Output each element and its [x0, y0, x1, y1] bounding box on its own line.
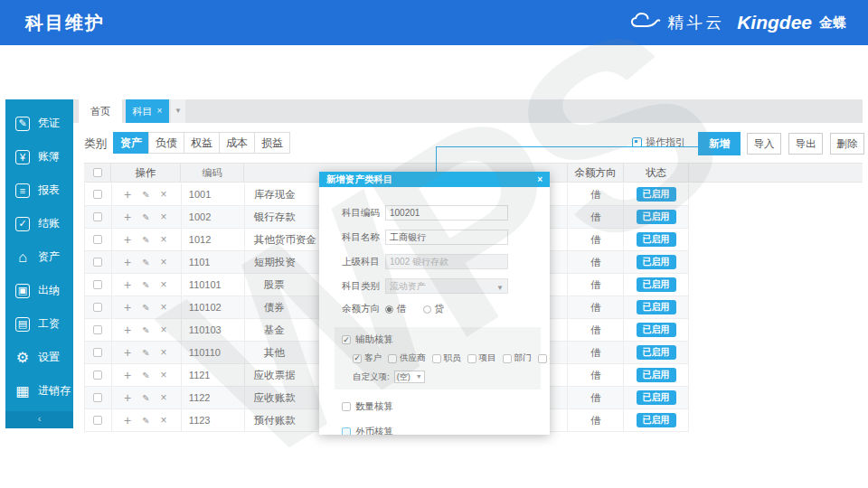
add-child-icon[interactable]: +	[124, 413, 131, 427]
delete-icon[interactable]: ×	[161, 391, 167, 404]
checkbox-icon[interactable]	[467, 354, 476, 363]
checkbox-icon[interactable]	[503, 354, 512, 363]
row-checkbox[interactable]	[93, 393, 102, 402]
add-child-icon[interactable]: +	[124, 277, 131, 292]
delete-icon[interactable]: ×	[161, 211, 167, 223]
aux-option-客户[interactable]: ✓客户	[353, 352, 382, 364]
add-child-icon[interactable]: +	[124, 232, 131, 247]
row-checkbox[interactable]	[93, 348, 102, 357]
account-code-input[interactable]: 100201	[385, 205, 508, 221]
aux-option-供应商[interactable]: 供应商	[388, 352, 426, 364]
aux-option-存货[interactable]: 存货	[538, 352, 551, 364]
delete-icon[interactable]: ×	[161, 233, 167, 246]
status-badge[interactable]: 已启用	[637, 345, 676, 360]
status-badge[interactable]: 已启用	[637, 187, 676, 202]
delete-icon[interactable]: ×	[161, 301, 167, 314]
status-badge[interactable]: 已启用	[637, 323, 676, 337]
add-child-icon[interactable]: +	[124, 323, 131, 337]
row-checkbox[interactable]	[93, 325, 102, 334]
sidebar-item-asset[interactable]: ⌂资产	[5, 240, 73, 274]
edit-icon[interactable]: ✎	[142, 190, 149, 200]
sidebar-item-settings[interactable]: ⚙设置	[5, 341, 73, 374]
edit-icon[interactable]: ✎	[142, 325, 149, 335]
sidebar-item-report[interactable]: ≡报表	[5, 174, 73, 207]
row-checkbox[interactable]	[93, 416, 102, 425]
edit-icon[interactable]: ✎	[142, 280, 149, 290]
add-child-icon[interactable]: +	[124, 210, 131, 224]
category-tab-4[interactable]: 成本	[219, 132, 255, 154]
delete-icon[interactable]: ×	[161, 346, 167, 359]
category-tab-1[interactable]: 资产	[113, 132, 149, 154]
direction-radio-贷[interactable]: 贷	[423, 303, 445, 315]
aux-option-部门[interactable]: 部门	[503, 352, 532, 364]
status-badge[interactable]: 已启用	[637, 390, 676, 405]
sidebar-item-payroll[interactable]: ▤工资	[5, 307, 73, 341]
add-button[interactable]: 新增	[698, 132, 741, 155]
tab-home[interactable]: 首页	[79, 99, 122, 123]
aux-accounting-checkbox[interactable]: ✓	[342, 335, 351, 344]
edit-icon[interactable]: ✎	[142, 348, 149, 358]
status-badge[interactable]: 已启用	[637, 300, 676, 314]
checkbox-icon[interactable]	[342, 427, 351, 435]
add-child-icon[interactable]: +	[124, 368, 131, 382]
custom-item-select[interactable]: (空) ▼	[394, 371, 425, 383]
status-badge[interactable]: 已启用	[637, 232, 676, 247]
category-tab-2[interactable]: 负债	[148, 132, 184, 154]
tab-dropdown-button[interactable]: ▼	[171, 99, 185, 123]
delete-button[interactable]: 删除	[830, 133, 864, 155]
delete-icon[interactable]: ×	[161, 256, 167, 268]
edit-icon[interactable]: ✎	[142, 212, 149, 222]
category-tab-5[interactable]: 损益	[254, 132, 290, 154]
edit-icon[interactable]: ✎	[142, 393, 149, 403]
sidebar-item-closing[interactable]: ✓结账	[5, 207, 73, 240]
edit-icon[interactable]: ✎	[142, 303, 149, 313]
tab-subjects[interactable]: 科目 ×	[126, 99, 169, 123]
delete-icon[interactable]: ×	[161, 324, 167, 336]
select-all-checkbox[interactable]	[93, 168, 102, 177]
status-badge[interactable]: 已启用	[637, 255, 676, 269]
row-checkbox[interactable]	[93, 212, 102, 221]
add-child-icon[interactable]: +	[124, 390, 131, 405]
aux-option-职员[interactable]: 职员	[432, 352, 461, 364]
edit-icon[interactable]: ✎	[142, 371, 149, 380]
delete-icon[interactable]: ×	[161, 188, 167, 201]
delete-icon[interactable]: ×	[161, 369, 167, 381]
sidebar-item-inventory[interactable]: ▦进销存	[5, 374, 73, 408]
status-badge[interactable]: 已启用	[637, 277, 676, 292]
add-child-icon[interactable]: +	[124, 300, 131, 314]
modal-close-icon[interactable]: ×	[537, 174, 542, 184]
status-badge[interactable]: 已启用	[637, 368, 676, 382]
direction-radio-借[interactable]: 借	[385, 303, 407, 315]
row-checkbox[interactable]	[93, 235, 102, 244]
status-badge[interactable]: 已启用	[637, 413, 676, 427]
add-child-icon[interactable]: +	[124, 345, 131, 360]
edit-icon[interactable]: ✎	[142, 416, 149, 426]
export-button[interactable]: 导出	[788, 133, 823, 155]
account-name-input[interactable]: 工商银行	[385, 230, 508, 245]
add-child-icon[interactable]: +	[124, 187, 131, 202]
checkbox-icon[interactable]: ✓	[353, 354, 362, 363]
status-badge[interactable]: 已启用	[637, 210, 676, 224]
sidebar-item-ledger[interactable]: ¥账簿	[5, 140, 73, 174]
delete-icon[interactable]: ×	[161, 414, 167, 427]
checkbox-icon[interactable]	[342, 402, 351, 411]
extra-check-外币核算[interactable]: 外币核算	[342, 426, 550, 435]
sidebar-collapse-button[interactable]: ‹	[5, 411, 73, 428]
checkbox-icon[interactable]	[388, 354, 397, 363]
sidebar-item-voucher[interactable]: ✎凭证	[5, 107, 73, 140]
row-checkbox[interactable]	[93, 303, 102, 312]
import-button[interactable]: 导入	[747, 133, 781, 155]
aux-option-项目[interactable]: 项目	[467, 352, 496, 364]
edit-icon[interactable]: ✎	[142, 258, 149, 267]
delete-icon[interactable]: ×	[161, 278, 167, 291]
sidebar-item-cashier[interactable]: ▣出纳	[5, 274, 73, 307]
add-child-icon[interactable]: +	[124, 255, 131, 269]
edit-icon[interactable]: ✎	[142, 235, 149, 245]
checkbox-icon[interactable]	[538, 354, 547, 363]
row-checkbox[interactable]	[93, 190, 102, 199]
extra-check-数量核算[interactable]: 数量核算	[342, 400, 550, 413]
tab-close-icon[interactable]: ×	[157, 99, 163, 123]
row-checkbox[interactable]	[93, 371, 102, 380]
row-checkbox[interactable]	[93, 280, 102, 289]
row-checkbox[interactable]	[93, 258, 102, 267]
